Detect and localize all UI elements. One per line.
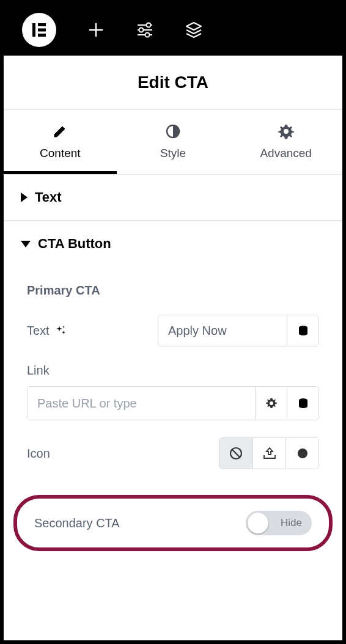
tab-content-label: Content (4, 147, 117, 160)
link-dynamic-button[interactable] (287, 387, 318, 420)
tab-style[interactable]: Style (117, 110, 230, 174)
secondary-cta-toggle[interactable]: Hide (246, 511, 312, 535)
settings-button[interactable] (136, 21, 154, 39)
text-input[interactable] (158, 315, 287, 346)
secondary-cta-highlight: Secondary CTA Hide (13, 495, 333, 551)
link-input[interactable] (28, 387, 255, 420)
sparkle-icon[interactable] (56, 325, 67, 336)
text-dynamic-button[interactable] (287, 315, 318, 346)
upload-icon (262, 447, 277, 460)
text-label-text: Text (27, 324, 50, 338)
section-cta-button-title: CTA Button (38, 236, 111, 252)
tab-content[interactable]: Content (4, 110, 117, 174)
elementor-icon (31, 22, 47, 38)
link-label: Link (27, 364, 319, 378)
svg-rect-3 (38, 34, 46, 37)
link-block: Link (27, 364, 319, 420)
gear-icon (265, 397, 278, 409)
svg-rect-2 (38, 28, 46, 31)
link-options-button[interactable] (255, 387, 287, 420)
layers-icon (185, 21, 203, 38)
icon-option-upload[interactable] (252, 438, 285, 469)
icon-picker (219, 437, 319, 469)
primary-cta-heading: Primary CTA (27, 284, 319, 298)
plus-icon (88, 22, 104, 38)
text-field-label: Text (27, 324, 82, 338)
cta-button-body: Primary CTA Text Link (4, 266, 342, 488)
toggle-knob (248, 513, 268, 533)
link-input-group (27, 386, 319, 420)
text-field-row: Text (27, 315, 319, 346)
svg-point-6 (145, 32, 150, 37)
icon-option-none[interactable] (219, 438, 252, 469)
pencil-icon (53, 124, 67, 139)
icon-row: Icon (27, 437, 319, 469)
svg-point-10 (270, 401, 273, 405)
text-input-group (158, 315, 319, 346)
database-icon (298, 398, 309, 409)
gear-icon (278, 123, 294, 139)
topbar (4, 4, 342, 56)
svg-point-8 (284, 129, 289, 134)
tab-advanced[interactable]: Advanced (229, 110, 342, 174)
sliders-icon (136, 22, 153, 38)
section-text-title: Text (35, 189, 62, 205)
section-text-header[interactable]: Text (4, 175, 342, 221)
secondary-cta-label: Secondary CTA (34, 516, 120, 530)
none-icon (229, 447, 243, 460)
add-button[interactable] (87, 21, 105, 39)
elementor-logo[interactable] (22, 13, 56, 47)
svg-rect-1 (38, 23, 46, 26)
icon-label: Icon (27, 447, 50, 461)
contrast-icon (166, 124, 180, 139)
caret-right-icon (21, 192, 28, 202)
caret-down-icon (21, 241, 31, 247)
icon-option-library[interactable] (285, 438, 318, 469)
toggle-state-label: Hide (281, 517, 302, 529)
svg-rect-0 (32, 23, 35, 37)
svg-point-5 (139, 27, 144, 32)
section-cta-button-header[interactable]: CTA Button (4, 221, 342, 266)
circle-icon (296, 447, 309, 459)
tabs: Content Style Advanced (4, 110, 342, 175)
panel-title: Edit CTA (4, 56, 342, 110)
structure-button[interactable] (185, 21, 203, 39)
svg-point-13 (298, 448, 307, 458)
tab-advanced-label: Advanced (229, 147, 342, 160)
svg-point-4 (147, 23, 151, 27)
tab-style-label: Style (117, 147, 230, 160)
database-icon (298, 325, 309, 336)
